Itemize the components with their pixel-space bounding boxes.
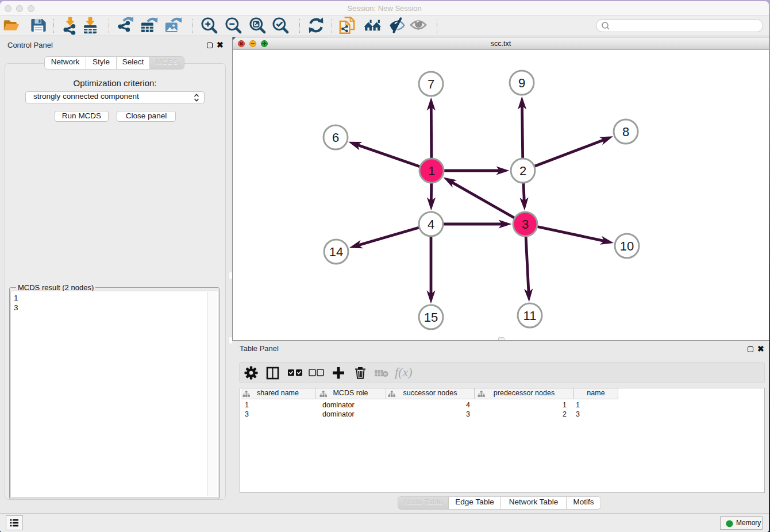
svg-text:3: 3: [522, 217, 529, 232]
svg-text:8: 8: [622, 125, 629, 139]
svg-text:9: 9: [518, 76, 525, 90]
svg-text:6: 6: [332, 130, 339, 145]
svg-text:14: 14: [329, 245, 343, 259]
svg-text:15: 15: [424, 310, 438, 325]
svg-text:10: 10: [620, 239, 634, 253]
svg-text:4: 4: [428, 217, 434, 232]
svg-text:11: 11: [523, 309, 537, 323]
svg-text:7: 7: [428, 77, 434, 91]
svg-text:2: 2: [519, 164, 526, 178]
svg-text:1: 1: [428, 164, 435, 178]
